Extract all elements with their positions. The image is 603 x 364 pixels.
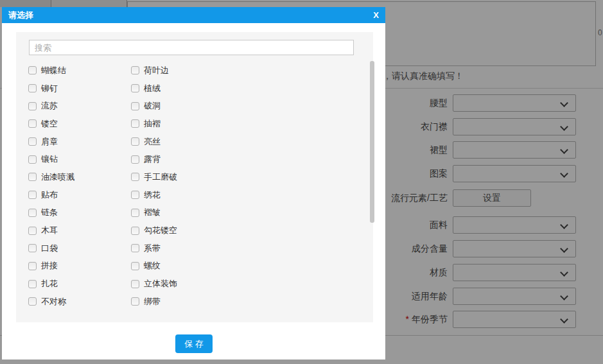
option-label: 流苏 — [41, 100, 58, 112]
option-item[interactable]: 荷叶边 — [131, 62, 368, 80]
option-row: 蝴蝶结荷叶边 — [16, 62, 368, 80]
option-checkbox[interactable] — [28, 119, 37, 128]
option-row: 流苏破洞 — [16, 97, 368, 115]
option-item[interactable]: 绣花 — [131, 186, 368, 204]
option-item[interactable]: 抽褶 — [131, 115, 368, 133]
option-label: 扎花 — [41, 278, 58, 290]
scrollbar-thumb[interactable] — [370, 61, 374, 223]
option-item[interactable]: 镶钻 — [16, 150, 131, 168]
option-label: 系带 — [144, 243, 161, 254]
option-item[interactable]: 扎花 — [16, 275, 131, 293]
option-label: 镂空 — [41, 118, 58, 130]
option-item[interactable]: 口袋 — [16, 239, 131, 257]
option-row: 不对称绑带 — [16, 293, 368, 311]
option-checkbox[interactable] — [131, 262, 139, 270]
option-row: 肩章亮丝 — [16, 133, 368, 151]
option-label: 勾花镂空 — [144, 225, 177, 236]
option-row: 油漆喷溅手工磨破 — [16, 168, 368, 186]
option-row: 镶钻露背 — [16, 150, 368, 168]
option-item[interactable]: 破洞 — [131, 97, 368, 115]
option-checkbox[interactable] — [28, 84, 37, 92]
option-checkbox[interactable] — [131, 155, 139, 164]
option-checkbox[interactable] — [131, 66, 139, 74]
option-item[interactable]: 亮丝 — [131, 133, 368, 151]
option-checkbox[interactable] — [131, 191, 139, 199]
option-checkbox[interactable] — [28, 191, 37, 199]
option-label: 贴布 — [41, 189, 58, 201]
save-button[interactable]: 保 存 — [175, 334, 213, 353]
option-checkbox[interactable] — [131, 297, 139, 306]
option-label: 铆钉 — [41, 83, 58, 94]
option-item[interactable]: 露背 — [131, 150, 368, 168]
option-checkbox[interactable] — [131, 173, 139, 181]
option-label: 拼接 — [41, 260, 58, 272]
option-checkbox[interactable] — [28, 66, 37, 74]
option-item[interactable]: 油漆喷溅 — [16, 168, 131, 186]
option-label: 露背 — [144, 153, 161, 165]
option-checkbox[interactable] — [131, 280, 139, 288]
option-label: 蝴蝶结 — [41, 65, 66, 76]
option-row: 链条褶皱 — [16, 204, 368, 222]
option-label: 破洞 — [144, 100, 161, 112]
option-item[interactable]: 链条 — [16, 204, 131, 222]
option-checkbox[interactable] — [131, 102, 139, 110]
option-label: 荷叶边 — [144, 65, 169, 76]
option-row: 木耳勾花镂空 — [16, 221, 368, 239]
option-label: 油漆喷溅 — [41, 171, 74, 183]
option-item[interactable]: 勾花镂空 — [131, 221, 368, 239]
option-checkbox[interactable] — [131, 137, 139, 146]
option-label: 植绒 — [144, 83, 161, 94]
option-item[interactable]: 褶皱 — [131, 204, 368, 222]
option-checkbox[interactable] — [131, 84, 139, 92]
dialog-title: 请选择 — [8, 10, 33, 21]
option-item[interactable]: 拼接 — [16, 257, 131, 275]
option-label: 亮丝 — [144, 136, 161, 148]
option-item[interactable]: 系带 — [131, 239, 368, 257]
option-checkbox[interactable] — [28, 280, 37, 288]
option-label: 螺纹 — [144, 260, 161, 272]
option-item[interactable]: 流苏 — [16, 97, 131, 115]
option-checkbox[interactable] — [131, 119, 139, 128]
option-checkbox[interactable] — [28, 155, 37, 164]
dialog-header: 请选择 X — [2, 7, 385, 23]
option-label: 手工磨破 — [144, 171, 177, 183]
option-checkbox[interactable] — [28, 173, 37, 181]
option-item[interactable]: 手工磨破 — [131, 168, 368, 186]
option-label: 抽褶 — [144, 118, 161, 130]
option-item[interactable]: 不对称 — [16, 293, 131, 311]
option-item[interactable]: 镂空 — [16, 115, 131, 133]
option-item[interactable]: 木耳 — [16, 221, 131, 239]
option-label: 链条 — [41, 207, 58, 218]
option-label: 木耳 — [41, 225, 58, 236]
screen: 0 ，请认真准确填写！ 腰型衣门襟裙型图案流行元素/工艺设置面料成分含量材质适用… — [0, 0, 603, 364]
options-panel: 蝴蝶结荷叶边铆钉植绒流苏破洞镂空抽褶肩章亮丝镶钻露背油漆喷溅手工磨破贴布绣花链条… — [16, 32, 373, 322]
option-checkbox[interactable] — [28, 227, 37, 235]
option-checkbox[interactable] — [131, 244, 139, 252]
option-item[interactable]: 贴布 — [16, 186, 131, 204]
option-checkbox[interactable] — [28, 244, 37, 252]
option-checkbox[interactable] — [131, 227, 139, 235]
option-item[interactable]: 立体装饰 — [131, 275, 368, 293]
option-row: 拼接螺纹 — [16, 257, 368, 275]
option-label: 立体装饰 — [144, 278, 177, 290]
option-row: 贴布绣花 — [16, 186, 368, 204]
option-label: 褶皱 — [144, 207, 161, 218]
option-item[interactable]: 绑带 — [131, 293, 368, 311]
option-checkbox[interactable] — [28, 102, 37, 110]
option-label: 肩章 — [41, 136, 58, 148]
option-label: 绑带 — [144, 296, 161, 308]
option-item[interactable]: 肩章 — [16, 133, 131, 151]
option-item[interactable]: 铆钉 — [16, 80, 131, 98]
search-input[interactable] — [29, 40, 354, 55]
close-icon[interactable]: X — [373, 7, 379, 23]
option-label: 不对称 — [41, 296, 66, 308]
option-checkbox[interactable] — [131, 209, 139, 217]
option-checkbox[interactable] — [28, 209, 37, 217]
option-checkbox[interactable] — [28, 262, 37, 270]
option-item[interactable]: 植绒 — [131, 80, 368, 98]
option-checkbox[interactable] — [28, 297, 37, 306]
option-item[interactable]: 蝴蝶结 — [16, 62, 131, 80]
option-label: 镶钻 — [41, 153, 58, 165]
option-checkbox[interactable] — [28, 137, 37, 146]
option-item[interactable]: 螺纹 — [131, 257, 368, 275]
